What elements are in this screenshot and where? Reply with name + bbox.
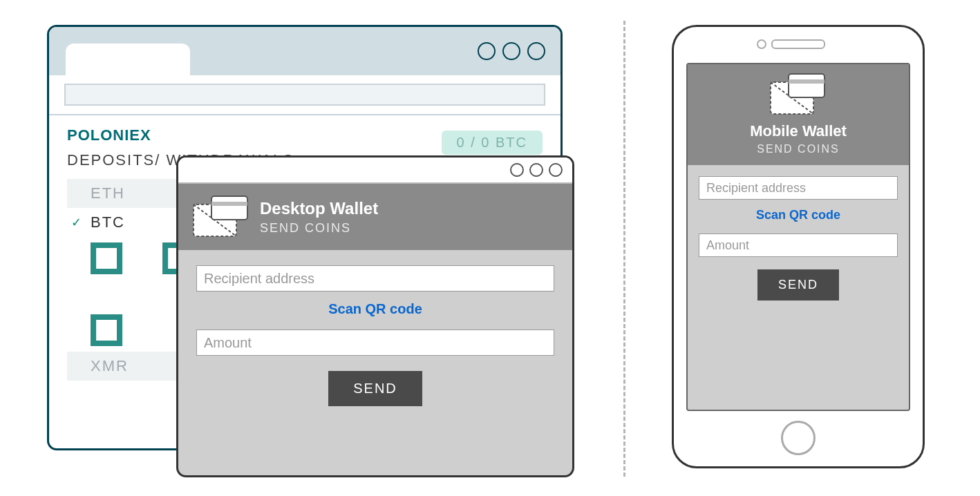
desktop-wallet-window: Desktop Wallet SEND COINS Recipient addr… — [176, 155, 574, 477]
phone-home-button-icon[interactable] — [781, 421, 816, 455]
window-controls — [478, 42, 545, 60]
recipient-address-input[interactable]: Recipient address — [196, 265, 554, 292]
window-control-icon[interactable] — [510, 163, 524, 177]
amount-input[interactable]: Amount — [699, 233, 898, 257]
mobile-device-frame: Mobile Wallet SEND COINS Recipient addre… — [672, 25, 925, 468]
placeholder-text: Amount — [204, 335, 252, 351]
window-controls — [510, 163, 563, 177]
desktop-wallet-titlebar — [178, 158, 572, 184]
window-control-icon[interactable] — [502, 42, 520, 60]
browser-tab-strip — [49, 27, 560, 75]
window-control-icon[interactable] — [478, 42, 496, 60]
placeholder-text: Amount — [706, 238, 749, 253]
window-control-icon[interactable] — [549, 163, 563, 177]
url-bar-row — [49, 75, 560, 115]
svg-rect-5 — [789, 79, 824, 84]
send-button[interactable]: SEND — [328, 371, 422, 406]
mobile-wallet-title: Mobile Wallet — [688, 122, 909, 140]
mobile-wallet-header: Mobile Wallet SEND COINS — [688, 64, 909, 165]
placeholder-text: Recipient address — [706, 181, 806, 195]
scan-qr-link[interactable]: Scan QR code — [699, 208, 898, 222]
balance-pill: 0 / 0 BTC — [442, 131, 543, 155]
desktop-wallet-subtitle: SEND COINS — [260, 221, 378, 236]
browser-tab[interactable] — [323, 44, 447, 75]
amount-input[interactable]: Amount — [196, 330, 554, 356]
svg-rect-2 — [211, 202, 247, 206]
svg-rect-4 — [789, 74, 824, 97]
mobile-wallet-subtitle: SEND COINS — [688, 143, 909, 155]
svg-rect-1 — [211, 196, 247, 220]
desktop-wallet-body: Recipient address Scan QR code Amount SE… — [178, 250, 572, 421]
window-control-icon[interactable] — [527, 42, 545, 60]
mobile-wallet-body: Recipient address Scan QR code Amount SE… — [688, 165, 909, 312]
scan-qr-link[interactable]: Scan QR code — [196, 301, 554, 317]
desktop-wallet-header: Desktop Wallet SEND COINS — [178, 184, 572, 250]
send-button[interactable]: SEND — [757, 269, 839, 301]
wallet-icon — [192, 195, 250, 239]
desktop-wallet-title: Desktop Wallet — [260, 199, 378, 218]
vertical-divider — [623, 21, 625, 477]
browser-tab[interactable] — [194, 44, 319, 75]
placeholder-text: Recipient address — [204, 271, 314, 287]
mobile-wallet-screen: Mobile Wallet SEND COINS Recipient addre… — [686, 63, 910, 411]
recipient-address-input[interactable]: Recipient address — [699, 176, 898, 200]
url-bar[interactable] — [64, 84, 545, 106]
phone-camera-icon — [757, 39, 766, 49]
window-control-icon[interactable] — [529, 163, 543, 177]
wallet-icon — [688, 73, 909, 117]
browser-tab-active[interactable] — [66, 44, 190, 75]
